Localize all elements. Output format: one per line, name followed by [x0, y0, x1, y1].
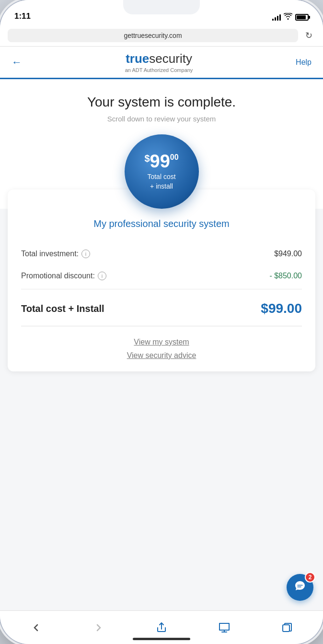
status-time: 1:11: [14, 12, 31, 21]
reload-button[interactable]: ↻: [302, 29, 315, 42]
total-row: Total cost + Install $99.00: [21, 291, 302, 324]
investment-row: Total investment: i $949.00: [21, 243, 302, 265]
status-icons: [272, 13, 309, 21]
price-bubble-wrapper: $ 99 00 Total cost+ install: [12, 134, 311, 209]
investment-label: Total investment: i: [21, 250, 90, 258]
chat-button[interactable]: 2: [287, 574, 313, 601]
battery-icon: [295, 14, 309, 21]
links-section: View my system View security advice: [21, 334, 302, 360]
price-amount: $ 99 00: [144, 152, 178, 170]
price-label: Total cost+ install: [147, 172, 175, 191]
browser-back-button[interactable]: [25, 617, 46, 638]
phone-frame: 1:11 gettruesecurity.com: [0, 0, 323, 644]
hero-title: Your system is complete.: [12, 95, 311, 110]
wifi-icon: [284, 13, 292, 21]
total-value: $99.00: [261, 301, 302, 316]
view-security-advice-link[interactable]: View security advice: [127, 351, 196, 360]
url-display[interactable]: gettruesecurity.com: [8, 29, 298, 42]
logo-text: truesecurity: [126, 51, 192, 66]
chat-badge: 2: [305, 572, 315, 583]
browser-bookmarks-button[interactable]: [214, 617, 235, 638]
logo-true: true: [126, 51, 149, 66]
divider-1: [21, 289, 302, 289]
main-content: Your system is complete. Scroll down to …: [0, 79, 323, 610]
divider-2: [21, 326, 302, 326]
investment-value: $949.00: [274, 250, 302, 258]
url-bar: gettruesecurity.com ↻: [0, 25, 323, 47]
browser-tabs-button[interactable]: [277, 617, 298, 638]
card-title: My professional security system: [21, 218, 302, 229]
chat-icon: [294, 580, 306, 595]
hero-section: Your system is complete. Scroll down to …: [0, 79, 323, 209]
nav-bar: ← truesecurity an ADT Authorized Company…: [0, 47, 323, 79]
browser-forward-button[interactable]: [88, 617, 109, 638]
discount-label: Promotional discount: i: [21, 272, 106, 280]
home-indicator: [133, 638, 190, 640]
dollar-sign: $: [144, 153, 150, 164]
logo-subtitle: an ADT Authorized Company: [125, 67, 193, 73]
logo: truesecurity an ADT Authorized Company: [125, 51, 193, 73]
hero-subtitle: Scroll down to review your system: [12, 115, 311, 123]
browser-share-button[interactable]: [151, 617, 172, 638]
back-button[interactable]: ←: [12, 56, 22, 69]
logo-security: security: [149, 51, 192, 66]
discount-value: - $850.00: [269, 272, 302, 280]
summary-card: My professional security system Total in…: [8, 190, 315, 371]
price-cents: 00: [170, 153, 179, 162]
help-link[interactable]: Help: [296, 58, 311, 67]
price-integer: 99: [150, 152, 170, 170]
investment-info-icon[interactable]: i: [81, 250, 90, 258]
signal-icon: [272, 14, 281, 21]
view-system-link[interactable]: View my system: [134, 338, 189, 346]
svg-rect-1: [283, 625, 289, 632]
discount-info-icon[interactable]: i: [98, 272, 106, 280]
total-label: Total cost + Install: [21, 303, 104, 314]
discount-row: Promotional discount: i - $850.00: [21, 265, 302, 287]
price-bubble: $ 99 00 Total cost+ install: [125, 134, 199, 209]
notch: [123, 0, 200, 14]
